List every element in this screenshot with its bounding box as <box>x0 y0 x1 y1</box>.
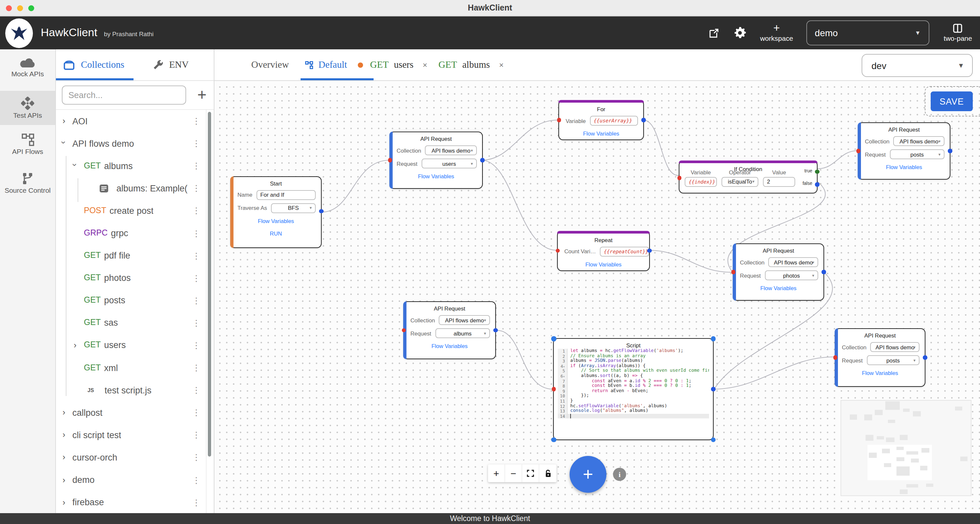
tree-item-demo[interactable]: ›demo⋮ <box>56 469 214 491</box>
add-workspace-button[interactable]: + workspace <box>760 24 793 42</box>
tab-get-users[interactable]: GET users × <box>370 59 427 70</box>
tab-overview[interactable]: Overview <box>251 59 289 70</box>
kebab-menu-icon[interactable]: ⋮ <box>192 363 200 373</box>
kebab-menu-icon[interactable]: ⋮ <box>192 318 200 328</box>
info-button[interactable]: i <box>613 468 626 481</box>
tree-item-sas[interactable]: GETsas⋮ <box>56 312 214 334</box>
kebab-menu-icon[interactable]: ⋮ <box>192 385 200 395</box>
if-condition-node[interactable]: If Condition Variable {{index}} Operator… <box>679 160 818 193</box>
output-port[interactable] <box>641 118 646 123</box>
request-select[interactable]: albums▾ <box>435 328 490 338</box>
rail-item-source-control[interactable]: Source Control <box>0 170 55 198</box>
tree-item-users[interactable]: ›GETusers⋮ <box>56 334 214 357</box>
rail-item-api-flows[interactable]: API Flows <box>0 131 55 159</box>
input-port[interactable] <box>833 355 837 360</box>
api-request-node-albums[interactable]: API Request Collection API flows demo▾ R… <box>403 301 496 359</box>
flow-variables-link[interactable]: Flow Variables <box>559 130 643 137</box>
tab-get-albums[interactable]: GET albums × <box>438 59 503 70</box>
output-port[interactable] <box>923 355 927 360</box>
tree-item-cursor-orch[interactable]: ›cursor-orch⋮ <box>56 446 214 469</box>
chevron-right-icon[interactable]: › <box>62 116 65 126</box>
operator-select[interactable]: isEqualTo▾ <box>722 177 759 186</box>
tree-item-posts[interactable]: GETposts⋮ <box>56 290 214 312</box>
add-collection-button[interactable]: + <box>195 85 209 105</box>
kebab-menu-icon[interactable]: ⋮ <box>192 430 200 440</box>
output-port[interactable] <box>480 158 484 162</box>
rail-item-test-apis[interactable]: Test APIs <box>0 91 55 125</box>
collection-select[interactable]: API flows demo▾ <box>768 257 818 267</box>
true-output-port[interactable] <box>815 169 819 174</box>
kebab-menu-icon[interactable]: ⋮ <box>192 228 200 238</box>
kebab-menu-icon[interactable]: ⋮ <box>192 116 200 126</box>
chevron-down-icon[interactable]: › <box>59 141 69 144</box>
request-select[interactable]: posts▾ <box>867 355 920 365</box>
kebab-menu-icon[interactable]: ⋮ <box>192 497 200 507</box>
collection-select[interactable]: API flows demo▾ <box>894 136 945 146</box>
flow-variables-link[interactable]: Flow Variables <box>733 285 824 291</box>
kebab-menu-icon[interactable]: ⋮ <box>192 341 200 350</box>
flow-variables-link[interactable]: Flow Variables <box>404 343 495 349</box>
tree-item-pdf-file[interactable]: GETpdf file⋮ <box>56 244 214 267</box>
repeat-node[interactable]: Repeat Count Vari… {{repeatCount}} Flow … <box>557 231 650 271</box>
kebab-menu-icon[interactable]: ⋮ <box>192 296 200 306</box>
tree-item-grpc[interactable]: GRPCgrpc⋮ <box>56 222 214 244</box>
chevron-down-icon[interactable]: › <box>70 164 80 166</box>
collection-select[interactable]: API flows demo▾ <box>425 145 477 155</box>
panel-scrollbar-thumb[interactable] <box>207 112 211 457</box>
input-port[interactable] <box>677 176 681 180</box>
open-in-new-icon[interactable] <box>708 27 719 38</box>
output-port[interactable] <box>319 209 323 213</box>
search-input[interactable] <box>62 86 186 105</box>
flow-variables-link[interactable]: Flow Variables <box>390 173 482 180</box>
input-port[interactable] <box>856 149 860 153</box>
tree-item-firebase[interactable]: ›firebase⋮ <box>56 491 214 513</box>
resize-handle[interactable] <box>711 336 716 341</box>
chevron-right-icon[interactable]: › <box>62 497 65 507</box>
request-select[interactable]: users▾ <box>421 159 477 169</box>
request-select[interactable]: posts▾ <box>889 149 945 159</box>
false-output-port[interactable] <box>815 182 819 186</box>
start-node[interactable]: Start Name For and If Traverse As BFS▾ F… <box>230 176 321 248</box>
collection-select[interactable]: API flows demo▾ <box>439 315 490 325</box>
environment-select[interactable]: dev ▼ <box>862 54 973 77</box>
input-port[interactable] <box>731 270 735 274</box>
resize-handle[interactable] <box>551 336 556 341</box>
close-icon[interactable]: × <box>423 60 427 69</box>
count-variable-input[interactable]: {{repeatCount}} <box>600 246 649 256</box>
tab-default-flow[interactable]: Default <box>305 59 347 70</box>
settings-gear-icon[interactable] <box>734 27 746 39</box>
zoom-in-button[interactable]: + <box>488 465 505 482</box>
api-request-node-posts_bottom[interactable]: API Request Collection API flows demo▾ R… <box>835 328 926 387</box>
collection-select[interactable]: API flows demo▾ <box>870 342 920 352</box>
flow-variables-link[interactable]: Flow Variables <box>835 370 925 376</box>
run-link[interactable]: RUN <box>231 230 321 237</box>
save-button[interactable]: SAVE <box>931 91 973 111</box>
flow-canvas[interactable]: SAVE Start Name For and If Traverse As B… <box>215 81 980 513</box>
name-input[interactable]: For and If <box>256 190 316 200</box>
chevron-right-icon[interactable]: › <box>62 430 65 440</box>
tree-item-albums-example-[interactable]: albums: Example(⋮ <box>56 177 214 200</box>
input-port[interactable] <box>388 158 392 162</box>
flow-variables-link[interactable]: Flow Variables <box>558 261 649 268</box>
fit-view-button[interactable] <box>522 465 539 482</box>
workspace-select[interactable]: demo ▼ <box>807 21 929 45</box>
script-node[interactable]: Script 1let albums = hc.getFlowVariable(… <box>553 338 714 440</box>
resize-handle[interactable] <box>551 437 556 442</box>
kebab-menu-icon[interactable]: ⋮ <box>192 139 200 148</box>
close-icon[interactable]: × <box>499 60 504 69</box>
input-port[interactable] <box>555 248 560 253</box>
input-port[interactable] <box>552 387 556 392</box>
output-port[interactable] <box>711 387 715 392</box>
tree-item-aoi[interactable]: ›AOI⋮ <box>56 110 214 132</box>
output-port[interactable] <box>647 248 651 253</box>
kebab-menu-icon[interactable]: ⋮ <box>192 475 200 485</box>
output-port[interactable] <box>493 328 498 333</box>
traverse-select[interactable]: BFS▾ <box>271 203 316 213</box>
chevron-right-icon[interactable]: › <box>62 475 65 484</box>
tree-item-cli-script-test[interactable]: ›cli script test⋮ <box>56 424 214 446</box>
kebab-menu-icon[interactable]: ⋮ <box>192 183 200 193</box>
tree-item-api-flows-demo[interactable]: ›API flows demo⋮ <box>56 132 214 154</box>
chevron-right-icon[interactable]: › <box>62 452 65 462</box>
kebab-menu-icon[interactable]: ⋮ <box>192 273 200 283</box>
api-request-node-photos[interactable]: API Request Collection API flows demo▾ R… <box>733 244 824 301</box>
